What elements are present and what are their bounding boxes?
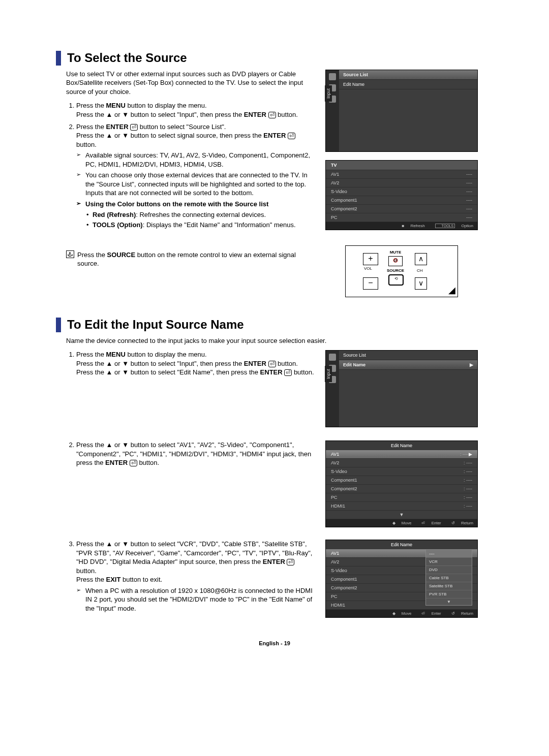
mute-label: MUTE — [386, 250, 405, 255]
menu-item[interactable]: Source List — [339, 70, 477, 80]
list-item[interactable]: S-Video: ---- — [326, 467, 477, 476]
text: Press the ▲ or ▼ button to select "Input… — [76, 111, 244, 118]
footer-bar: ■ Refresh TOOLS Option — [326, 222, 477, 230]
text: button. — [76, 141, 97, 148]
list-item[interactable]: Component2---- — [326, 205, 477, 213]
gear-icon — [329, 73, 336, 80]
panel-title: Edit Name — [326, 441, 477, 450]
mute-button[interactable]: 🔇 — [388, 256, 403, 266]
tools-hint: TOOLS Option — [430, 224, 473, 228]
menu-label: MENU — [106, 102, 126, 109]
enter-hint: ⏎ Enter — [416, 611, 441, 616]
popup-option[interactable]: ---- — [426, 550, 472, 558]
list-item[interactable]: AV1: ----▶ — [326, 450, 477, 459]
ch-label: CH — [417, 268, 423, 273]
refresh-hint: ■ Refresh — [397, 224, 425, 228]
step-2: Press the ENTER ⏎ button to select "Sour… — [76, 122, 315, 230]
intro-text: Name the device connected to the input j… — [66, 336, 422, 345]
vol-up-button[interactable]: + — [363, 253, 378, 265]
text: button to display the menu. — [126, 351, 207, 358]
remote-note: 🕹 Press the SOURCE button on the remote … — [66, 250, 315, 268]
text: button. — [137, 459, 159, 466]
list-item[interactable]: Component2: ---- — [326, 485, 477, 493]
remote-corner: ◢ — [448, 285, 455, 296]
page-footer: English - 19 — [56, 640, 493, 646]
tab-label: Input — [325, 366, 332, 382]
note: When a PC with a resolution of 1920 x 10… — [76, 586, 315, 613]
enter-label: ENTER — [244, 111, 266, 118]
popup-option[interactable]: DVD — [426, 566, 472, 574]
text: button. — [76, 567, 97, 575]
list-item[interactable]: Component1: ---- — [326, 476, 477, 485]
list-item[interactable]: AV2: ---- — [326, 459, 477, 467]
options-popup: ----VCRDVDCable STBSatellite STBPVR STB … — [425, 549, 472, 606]
gear-icon — [329, 354, 336, 361]
list-item[interactable]: S-Video---- — [326, 187, 477, 196]
menu-label: MENU — [106, 351, 126, 358]
source-button[interactable]: ⟲ — [388, 274, 404, 286]
enter-icon: ⏎ — [268, 112, 276, 118]
enter-label: ENTER — [263, 558, 285, 565]
list-header[interactable]: TV — [326, 161, 477, 170]
step-2: Press the ▲ or ▼ button to select "AV1",… — [76, 440, 315, 467]
text: button to exit. — [120, 576, 162, 583]
text: Press the — [77, 251, 107, 259]
popup-option[interactable]: VCR — [426, 558, 472, 566]
label: Red (Refresh) — [93, 211, 136, 218]
popup-option[interactable]: PVR STB — [426, 590, 472, 598]
enter-icon: ⏎ — [130, 124, 138, 131]
exit-label: EXIT — [106, 576, 121, 583]
intro-text: Use to select TV or other external input… — [66, 70, 310, 97]
list-item[interactable]: AV1---- — [326, 170, 477, 179]
step-3: Press the ▲ or ▼ button to select "VCR",… — [76, 540, 315, 613]
menu-item[interactable]: Edit Name▶ — [339, 360, 477, 370]
text: button. — [276, 360, 298, 367]
vol-down-button[interactable]: − — [363, 277, 378, 290]
text: Press the — [76, 576, 106, 583]
move-hint: ◆ Move — [387, 611, 412, 616]
text: button. — [276, 111, 298, 118]
bullet: TOOLS (Option): Displays the "Edit Name"… — [85, 220, 315, 230]
list-item[interactable]: AV2---- — [326, 179, 477, 187]
text: Press the ▲ or ▼ button to select "Input… — [76, 360, 244, 367]
enter-icon: ⏎ — [287, 559, 294, 565]
ch-up-button[interactable]: ∧ — [415, 253, 427, 265]
source-list-screenshot: TV AV1----AV2----S-Video----Component1--… — [325, 160, 478, 230]
move-hint: ◆ Move — [387, 521, 412, 525]
section-heading: To Edit the Input Source Name — [56, 318, 493, 332]
return-hint: ↺ Return — [446, 521, 473, 525]
enter-hint: ⏎ Enter — [416, 521, 441, 525]
list-item[interactable]: HDMI1: ---- — [326, 502, 477, 511]
menu-item[interactable]: Source List — [339, 351, 477, 360]
tv-menu-screenshot: Input Source List Edit Name — [325, 70, 478, 152]
ch-down-button[interactable]: ∨ — [415, 277, 427, 290]
label: TV — [331, 163, 472, 168]
menu-item[interactable]: Edit Name — [339, 80, 477, 89]
text: : Displays the "Edit Name" and "Informat… — [143, 221, 296, 229]
scroll-down-arrow[interactable]: ▼ — [326, 511, 477, 519]
text: Press the — [76, 102, 106, 109]
bullet: Red (Refresh): Refreshes the connecting … — [85, 210, 315, 219]
list-item[interactable]: PC: ---- — [326, 493, 477, 502]
list-item[interactable]: PC---- — [326, 213, 477, 222]
list-item[interactable]: Component1---- — [326, 196, 477, 205]
popup-option[interactable]: Cable STB — [426, 574, 472, 582]
enter-label: ENTER — [260, 368, 283, 376]
icon-column — [326, 70, 339, 151]
remote-icon: 🕹 — [66, 250, 74, 259]
enter-label: ENTER — [263, 132, 286, 139]
tv-menu-screenshot: Input Source List Edit Name▶ — [325, 350, 478, 427]
scroll-down-arrow[interactable]: ▼ — [426, 598, 472, 605]
return-hint: ↺ Return — [446, 611, 473, 616]
source-label: SOURCE — [385, 268, 406, 273]
enter-icon: ⏎ — [288, 133, 295, 139]
source-label: SOURCE — [107, 251, 136, 259]
vol-label: VOL — [364, 266, 372, 271]
enter-icon: ⏎ — [130, 460, 137, 466]
note: You can choose only those external devic… — [76, 171, 315, 198]
text: Press the ▲ or ▼ button to select signal… — [76, 132, 263, 139]
chevron-right-icon: ▶ — [470, 362, 473, 367]
enter-label: ENTER — [244, 360, 266, 367]
text: Press the — [76, 351, 106, 358]
popup-option[interactable]: Satellite STB — [426, 582, 472, 590]
